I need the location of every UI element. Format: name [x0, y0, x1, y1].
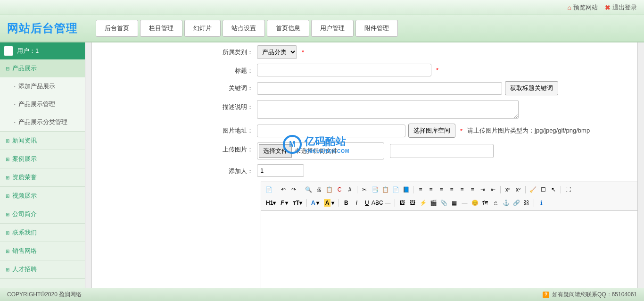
table-icon[interactable]: ▦	[449, 198, 459, 208]
map-icon[interactable]: 🗺	[480, 198, 490, 208]
nav-users[interactable]: 用户管理	[311, 20, 354, 37]
undo-icon[interactable]: ↶	[279, 185, 288, 194]
choose-file-button[interactable]: 选择文件	[259, 144, 292, 158]
preview-icon[interactable]: 🔍	[304, 185, 313, 194]
underline-icon[interactable]: U	[362, 198, 372, 208]
sidebar-item-honor[interactable]: ⊞资质荣誉	[0, 168, 85, 186]
sidebar-item-label: 资质荣誉	[12, 173, 37, 182]
template-icon[interactable]: 📋	[324, 185, 334, 194]
footer: COPYRIGHT©2020 盈润网络 ? 如有疑问请您联系QQ：6510406…	[0, 288, 644, 301]
nav-slides[interactable]: 幻灯片	[184, 20, 221, 37]
keyword-label: 关键词：	[97, 81, 257, 92]
nav-site-settings[interactable]: 站点设置	[223, 20, 265, 37]
submenu-add-product[interactable]: 添加产品展示	[0, 77, 85, 95]
source-icon[interactable]: 📄	[264, 185, 273, 194]
desc-label: 描述说明：	[97, 100, 257, 111]
sidebar-item-cases[interactable]: ⊞案例展示	[0, 150, 85, 168]
redo-icon[interactable]: ↷	[289, 185, 298, 194]
superscript-icon[interactable]: x²	[513, 185, 523, 194]
sidebar-item-product-display[interactable]: ⊟ 产品展示	[0, 59, 85, 77]
sidebar-item-contact[interactable]: ⊞联系我们	[0, 224, 85, 242]
outdent-icon[interactable]: ⇤	[488, 185, 498, 194]
font-family-dropdown[interactable]: F▾	[279, 200, 289, 206]
sidebar-item-video[interactable]: ⊞视频展示	[0, 187, 85, 205]
submenu-product-category[interactable]: 产品展示分类管理	[0, 113, 85, 131]
hash-icon[interactable]: #	[345, 185, 355, 194]
cursor-icon[interactable]: ↖	[549, 185, 558, 194]
indent-icon[interactable]: ⇥	[478, 185, 487, 194]
sidebar-item-recruit[interactable]: ⊞人才招聘	[0, 260, 85, 278]
strike-icon[interactable]: ABC	[372, 198, 382, 208]
emoji-icon[interactable]: 😊	[470, 198, 479, 208]
about-icon[interactable]: ℹ	[537, 198, 546, 208]
media-icon[interactable]: 🎬	[429, 198, 438, 208]
link-icon[interactable]: 🔗	[512, 198, 521, 208]
keyword-input[interactable]	[257, 82, 502, 95]
subscript-icon[interactable]: x²	[503, 185, 512, 194]
remove-format-icon[interactable]: —	[383, 198, 392, 208]
required-mark: *	[436, 67, 438, 74]
category-select[interactable]: 产品分类三	[257, 45, 297, 59]
code-icon[interactable]: C	[335, 185, 344, 194]
paste-icon[interactable]: 📋	[380, 185, 390, 194]
sidebar-item-label: 产品展示	[12, 64, 37, 73]
sidebar-item-label: 视频展示	[12, 192, 37, 200]
paste-text-icon[interactable]: 📄	[391, 185, 400, 194]
align-justify-icon[interactable]: ≡	[447, 185, 456, 194]
text-color-dropdown[interactable]: A▾	[309, 200, 321, 206]
paste-word-icon[interactable]: 📘	[401, 185, 411, 194]
align-right-icon[interactable]: ≡	[437, 185, 446, 194]
nav-attachments[interactable]: 附件管理	[355, 20, 398, 37]
sidebar-item-sales[interactable]: ⊞销售网络	[0, 242, 85, 260]
image-icon[interactable]: 🖼	[397, 198, 407, 208]
font-size-dropdown[interactable]: ᴛT▾	[291, 200, 304, 206]
print-icon[interactable]: 🖨	[314, 185, 323, 194]
sidebar-scrollbar[interactable]	[85, 42, 91, 288]
anchor-icon[interactable]: ⚓	[501, 198, 511, 208]
preview-site-link[interactable]: ⌂ 预览网站	[568, 3, 598, 12]
cut-icon[interactable]: ✂	[360, 185, 369, 194]
nav-homepage-info[interactable]: 首页信息	[267, 20, 309, 37]
plus-box-icon: ⊞	[6, 157, 9, 162]
file-icon[interactable]: 📎	[439, 198, 448, 208]
heading-dropdown[interactable]: H1▾	[264, 200, 278, 206]
list-ordered-icon[interactable]: ≡	[457, 185, 467, 194]
flash-icon[interactable]: ⚡	[418, 198, 428, 208]
submenu-manage-product[interactable]: 产品展示管理	[0, 95, 85, 113]
header: 网站后台管理 后台首页 栏目管理 幻灯片 站点设置 首页信息 用户管理 附件管理	[0, 15, 644, 42]
upload-extra-box[interactable]	[390, 144, 494, 158]
content-scrollbar[interactable]	[637, 42, 644, 288]
author-input[interactable]	[257, 164, 304, 177]
clear-format-icon[interactable]: 🧹	[528, 185, 537, 194]
main-nav: 后台首页 栏目管理 幻灯片 站点设置 首页信息 用户管理 附件管理	[92, 20, 398, 37]
copyright-text: COPYRIGHT©2020 盈润网络	[7, 291, 82, 299]
select-all-icon[interactable]: ☐	[538, 185, 548, 194]
nav-home[interactable]: 后台首页	[96, 20, 138, 37]
file-input-wrap[interactable]: 选择文件 未选择任何文件	[257, 142, 384, 159]
align-center-icon[interactable]: ≡	[426, 185, 436, 194]
image-path-input[interactable]	[257, 125, 405, 137]
editor-body[interactable]	[261, 211, 637, 288]
list-unordered-icon[interactable]: ≡	[468, 185, 477, 194]
sidebar-item-company[interactable]: ⊞公司简介	[0, 205, 85, 223]
copy-icon[interactable]: 📑	[370, 185, 380, 194]
get-keywords-button[interactable]: 获取标题关键词	[505, 81, 558, 95]
desc-textarea[interactable]	[257, 100, 519, 119]
fullscreen-icon[interactable]: ⛶	[563, 185, 573, 194]
italic-icon[interactable]: I	[352, 198, 361, 208]
image-hint: 请上传图片图片类型为：jpg/jpeg/gif/png/bmp	[467, 126, 590, 135]
unlink-icon[interactable]: ⛓	[522, 198, 531, 208]
bg-color-dropdown[interactable]: A▾	[322, 199, 337, 207]
title-input[interactable]	[257, 64, 431, 76]
multi-image-icon[interactable]: 🖼	[408, 198, 417, 208]
logout-link[interactable]: ✖ 退出登录	[605, 3, 637, 12]
plus-box-icon: ⊞	[6, 249, 9, 254]
pagebreak-icon[interactable]: ⎌	[491, 198, 500, 208]
sidebar-item-news[interactable]: ⊞新闻资讯	[0, 132, 85, 150]
hr-icon[interactable]: —	[460, 198, 469, 208]
bold-icon[interactable]: B	[341, 198, 351, 208]
select-gallery-button[interactable]: 选择图库空间	[408, 124, 455, 138]
image-label: 图片地址：	[97, 124, 257, 135]
align-left-icon[interactable]: ≡	[416, 185, 425, 194]
nav-columns[interactable]: 栏目管理	[140, 20, 182, 37]
